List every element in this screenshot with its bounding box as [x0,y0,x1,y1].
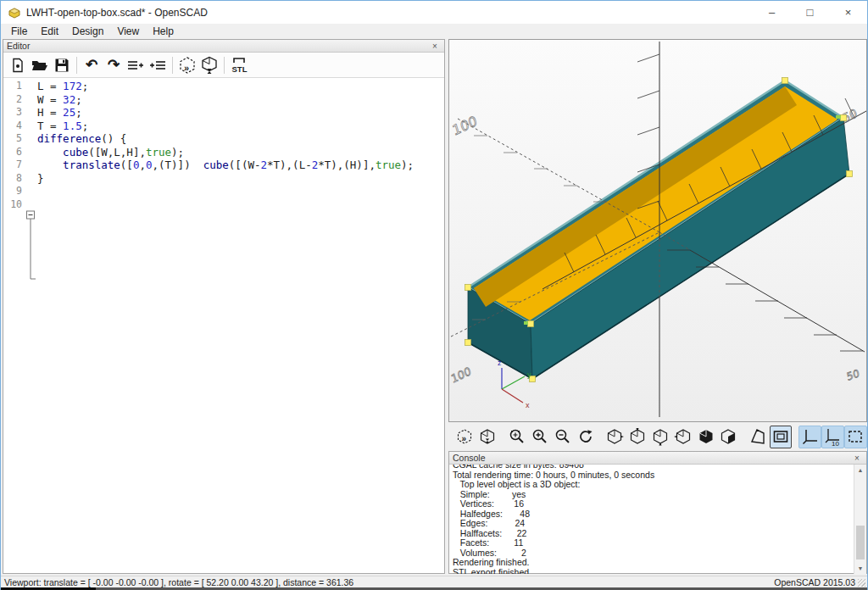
scroll-down-icon[interactable]: ▼ [854,563,866,574]
render-icon [200,56,219,75]
editor-panel-title: Editor [7,41,429,51]
pos-x-axis-label: 50 [846,367,860,383]
view-bottom-icon [651,427,670,446]
view-back-button[interactable] [717,426,740,448]
unindent-button[interactable] [125,54,147,76]
code-line[interactable]: 10 [3,198,444,212]
code-line[interactable]: 7 translate([0,0,(T)]) cube([(W-2*T),(L-… [3,159,444,172]
perspective-button[interactable] [747,426,770,448]
show-axes-icon [801,427,820,446]
menu-item-help[interactable]: Help [146,25,181,38]
minimize-button[interactable]: – [753,1,791,24]
code-line[interactable]: 6 cube([W,L,H],true); [3,146,444,159]
line-number: 4 [3,120,24,133]
console-line: Rendering finished. [453,558,851,568]
maximize-button[interactable]: □ [791,1,829,24]
view-top-button[interactable] [626,426,649,448]
view-left-icon [674,427,693,446]
code-line[interactable]: 1L = 172; [3,80,444,93]
view-right-button[interactable] [604,426,626,448]
view-front-button[interactable] [694,426,717,448]
code-line[interactable]: 4T = 1.5; [3,120,444,133]
editor-close-icon[interactable]: × [429,42,441,51]
redo-button[interactable]: ↷ [103,54,125,76]
editor-panel: Editor × ↶ ↷ » [3,39,445,574]
svg-text:STL: STL [232,64,248,74]
view-left-button[interactable] [671,426,694,448]
view-back-icon [719,427,737,446]
gizmo-z-label: z [498,359,502,367]
open-file-button[interactable] [29,54,51,76]
neg-x-axis-label: 100 [451,113,479,139]
console-close-icon[interactable]: × [851,454,863,463]
perspective-icon [748,427,767,446]
undo-icon: ↶ [86,58,97,72]
new-file-button[interactable] [7,54,29,76]
console-panel-header[interactable]: Console × [449,452,866,465]
menu-item-view[interactable]: View [110,25,146,38]
show-scale-button[interactable]: 10 [821,426,844,448]
view-bottom-button[interactable] [649,426,672,448]
menu-item-edit[interactable]: Edit [34,25,65,38]
redo-icon: ↷ [108,58,120,72]
export-stl-icon: STL [229,56,249,75]
view-right-icon [605,427,624,446]
zoom-out-button[interactable] [551,426,574,448]
code-line[interactable]: 5difference() { [3,132,444,146]
reset-view-button[interactable] [574,426,597,448]
viewport-status-text: Viewport: translate = [ -0.00 -0.00 -0.0… [1,577,774,587]
menu-item-design[interactable]: Design [65,25,110,38]
neg-y-axis-label: 100 [449,365,472,386]
line-number: 3 [3,106,24,120]
show-scale-icon: 10 [824,427,843,446]
console-panel: Console × CGAL cache size in bytes: 8940… [448,451,867,574]
preview-icon: » [178,56,197,75]
indent-icon [149,58,166,72]
svg-text:»: » [462,434,467,443]
title-bar[interactable]: LWHT-open-top-box.scad* - OpenSCAD – □ × [1,1,867,24]
version-text: OpenSCAD 2015.03 [774,577,867,587]
line-number: 1 [3,80,24,93]
show-crosshairs-icon [846,427,865,446]
3d-viewport[interactable]: 100 100 50 50 z [448,39,867,422]
resize-grip[interactable] [858,579,865,587]
console-scrollbar[interactable]: ▲ ▼ [854,465,866,574]
zoom-out-icon [554,427,572,446]
reset-view-icon [576,427,595,446]
code-line[interactable]: 2W = 32; [3,93,444,107]
zoom-all-button[interactable] [506,426,529,448]
code-line[interactable]: 3H = 25; [3,106,444,120]
indent-button[interactable] [147,54,169,76]
save-icon [54,58,70,73]
new-file-icon [10,58,25,73]
undo-button[interactable]: ↶ [81,54,103,76]
zoom-in-button[interactable] [528,426,551,448]
code-line[interactable]: 9 [3,185,444,198]
openscad-logo-icon [8,7,21,19]
render-button[interactable] [476,426,499,448]
export-stl-button[interactable]: STL [228,54,250,76]
orthogonal-button[interactable] [770,426,793,448]
code-editor[interactable]: 1L = 172;2W = 32;3H = 25;4T = 1.5;5diffe… [3,78,444,571]
console-output[interactable]: CGAL cache size in bytes: 89408Total ren… [449,465,866,574]
console-line: Facets: 11 [453,538,851,548]
preview-button[interactable]: » [176,54,198,76]
line-number: 8 [3,172,24,186]
preview-button[interactable]: » [453,426,476,448]
scrollbar-thumb[interactable] [856,526,865,559]
scroll-up-icon[interactable]: ▲ [854,465,866,476]
show-axes-button[interactable] [798,426,821,448]
menu-item-file[interactable]: File [4,25,34,38]
zoom-in-icon [531,427,549,446]
line-number: 2 [3,93,24,107]
line-number: 7 [3,159,24,172]
editor-panel-header[interactable]: Editor × [3,40,444,53]
code-line[interactable]: 8} [3,172,444,186]
show-crosshairs-button[interactable] [844,426,867,448]
view-top-icon [628,427,647,446]
render-button[interactable] [198,54,220,76]
line-number: 6 [3,146,24,159]
save-button[interactable] [51,54,73,76]
console-line: Vertices: 16 [453,499,851,509]
close-button[interactable]: × [829,1,867,24]
